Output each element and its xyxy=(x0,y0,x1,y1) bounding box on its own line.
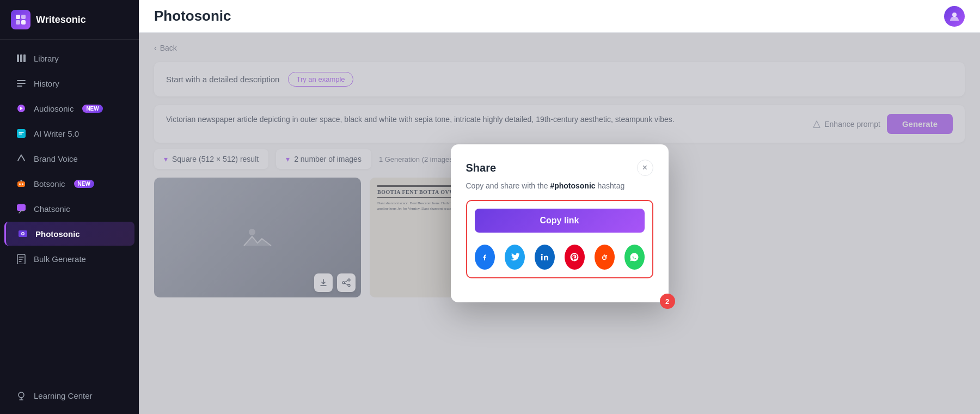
photosonic-icon xyxy=(17,228,29,240)
learning-center-icon xyxy=(15,389,27,401)
svg-point-29 xyxy=(541,254,543,255)
sidebar-item-library[interactable]: Library xyxy=(4,46,134,70)
subtitle-prefix: Copy and share with the xyxy=(466,181,550,190)
sidebar-nav: Library History Audiosonic new AI Writer… xyxy=(0,40,139,414)
svg-rect-5 xyxy=(20,54,22,62)
sidebar-item-history[interactable]: History xyxy=(4,71,134,95)
chatsonic-icon xyxy=(15,203,27,215)
svg-rect-6 xyxy=(23,54,26,62)
pinterest-share-button[interactable] xyxy=(565,245,585,270)
svg-rect-8 xyxy=(17,129,26,138)
sidebar: Writesonic Library History Audiosonic ne… xyxy=(0,0,139,414)
sidebar-item-botsonic[interactable]: Botsonic new xyxy=(4,172,134,196)
reddit-icon xyxy=(599,252,609,262)
history-icon xyxy=(15,77,27,89)
svg-rect-1 xyxy=(21,15,26,19)
sidebar-item-label-chatsonic: Chatsonic xyxy=(34,204,70,214)
sidebar-item-label-audiosonic: Audiosonic xyxy=(34,104,74,113)
logo-icon xyxy=(11,10,30,29)
social-icons xyxy=(475,242,645,270)
linkedin-icon xyxy=(540,252,549,262)
ai-writer-icon xyxy=(15,127,27,139)
svg-point-20 xyxy=(952,13,957,17)
hashtag: #photosonic xyxy=(550,181,595,190)
modal-header: Share × xyxy=(466,160,653,176)
logo-text: Writesonic xyxy=(36,14,86,26)
subtitle-suffix: hashtag xyxy=(596,181,625,190)
audiosonic-badge: new xyxy=(82,105,102,113)
sidebar-item-ai-writer[interactable]: AI Writer 5.0 xyxy=(4,121,134,145)
sidebar-item-label-photosonic: Photosonic xyxy=(35,229,80,239)
botsonic-badge: new xyxy=(74,180,94,188)
svg-rect-28 xyxy=(541,256,543,260)
sidebar-item-label-brand-voice: Brand Voice xyxy=(34,154,78,163)
sidebar-item-label-bulk-generate: Bulk Generate xyxy=(34,254,86,264)
facebook-share-button[interactable] xyxy=(475,245,495,270)
content-area: ‹ Back Start with a detailed description… xyxy=(139,33,980,414)
svg-point-32 xyxy=(603,257,604,258)
sidebar-item-label-history: History xyxy=(34,79,59,88)
avatar[interactable] xyxy=(944,6,965,27)
whatsapp-share-button[interactable] xyxy=(624,245,645,270)
sidebar-item-label-botsonic: Botsonic xyxy=(34,179,65,188)
linkedin-share-button[interactable] xyxy=(535,245,555,270)
svg-rect-10 xyxy=(17,181,25,187)
svg-rect-4 xyxy=(17,54,19,62)
audiosonic-icon xyxy=(15,102,27,114)
copy-link-section: Copy link xyxy=(466,200,653,278)
copy-link-button[interactable]: Copy link xyxy=(475,209,645,233)
whatsapp-icon xyxy=(629,252,639,262)
svg-point-12 xyxy=(22,184,23,185)
modal-subtitle: Copy and share with the #photosonic hash… xyxy=(466,181,653,190)
sidebar-item-photosonic[interactable]: Photosonic xyxy=(4,222,134,246)
logo-area[interactable]: Writesonic xyxy=(0,0,139,40)
svg-rect-13 xyxy=(21,180,22,181)
share-modal: Share × Copy and share with the #photoso… xyxy=(451,144,669,302)
sidebar-item-label-learning-center: Learning Center xyxy=(34,391,93,400)
sidebar-item-label-ai-writer: AI Writer 5.0 xyxy=(34,129,79,138)
svg-rect-14 xyxy=(17,204,26,211)
step-badge-2: 2 xyxy=(660,294,675,309)
svg-point-19 xyxy=(19,392,24,398)
twitter-icon xyxy=(510,252,519,262)
sidebar-item-brand-voice[interactable]: Brand Voice xyxy=(4,147,134,171)
svg-rect-2 xyxy=(16,20,20,25)
sidebar-item-chatsonic[interactable]: Chatsonic xyxy=(4,197,134,221)
sidebar-item-label-library: Library xyxy=(34,54,59,63)
twitter-share-button[interactable] xyxy=(505,245,525,270)
brand-voice-icon xyxy=(15,153,27,165)
modal-title: Share xyxy=(466,162,497,174)
svg-point-9 xyxy=(21,155,22,156)
svg-rect-3 xyxy=(21,20,26,25)
svg-point-17 xyxy=(22,233,24,235)
modal-backdrop: Share × Copy and share with the #photoso… xyxy=(139,33,980,414)
svg-point-33 xyxy=(605,257,607,258)
bulk-generate-icon xyxy=(15,253,27,265)
main-area: Photosonic ‹ Back Start with a detailed … xyxy=(139,0,980,414)
svg-rect-0 xyxy=(16,15,20,19)
pinterest-icon xyxy=(569,252,579,262)
svg-point-11 xyxy=(19,184,21,185)
modal-close-button[interactable]: × xyxy=(637,160,653,176)
sidebar-item-bulk-generate[interactable]: Bulk Generate xyxy=(4,247,134,271)
reddit-share-button[interactable] xyxy=(595,245,615,270)
facebook-icon xyxy=(480,252,489,262)
topbar: Photosonic xyxy=(139,0,980,33)
sidebar-item-audiosonic[interactable]: Audiosonic new xyxy=(4,96,134,120)
page-title: Photosonic xyxy=(154,8,231,25)
library-icon xyxy=(15,52,27,64)
sidebar-item-learning-center[interactable]: Learning Center xyxy=(4,383,134,407)
svg-point-34 xyxy=(606,255,607,256)
botsonic-icon xyxy=(15,178,27,190)
